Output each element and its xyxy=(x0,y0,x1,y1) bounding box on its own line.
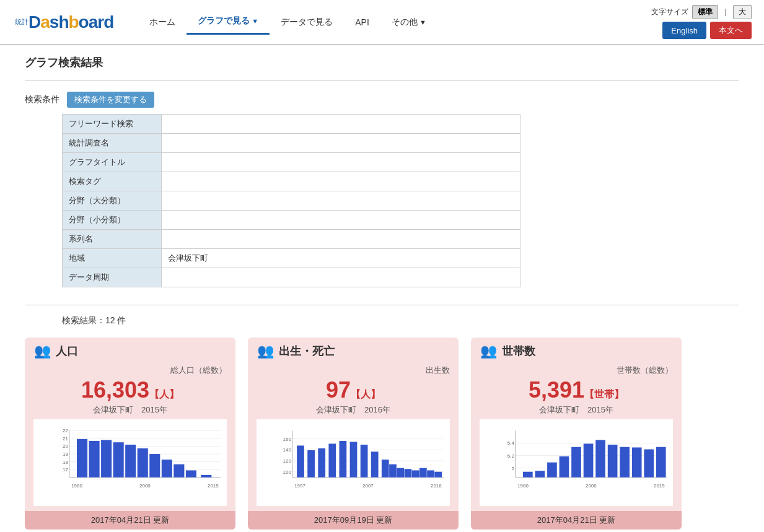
svg-rect-24 xyxy=(201,475,211,477)
svg-rect-47 xyxy=(389,464,397,477)
card-body-2: 世帯数（総数） 5,391【世帯】 会津坂下町 2015年 55.25.4 19… xyxy=(471,362,682,511)
people-icon-2: 👥 xyxy=(480,344,497,358)
nav-api[interactable]: API xyxy=(344,11,380,33)
svg-rect-74 xyxy=(632,447,642,477)
search-label-1: 統計調査名 xyxy=(63,134,162,153)
svg-rect-17 xyxy=(113,442,124,477)
svg-rect-70 xyxy=(584,443,594,477)
nav-other[interactable]: その他 xyxy=(380,11,437,34)
title-divider xyxy=(25,80,739,81)
svg-rect-22 xyxy=(173,464,184,477)
search-label-5: 分野（小分類） xyxy=(63,211,162,230)
card-footer-1: 2017年09月19日 更新 xyxy=(248,511,459,530)
svg-rect-75 xyxy=(644,449,654,477)
search-header: 検索条件 検索条件を変更する xyxy=(25,92,739,108)
card-footer-2: 2017年04月21日 更新 xyxy=(471,511,682,530)
search-value-8 xyxy=(162,268,520,287)
svg-rect-39 xyxy=(307,450,315,477)
search-value-3 xyxy=(162,172,520,191)
svg-rect-46 xyxy=(382,460,389,477)
svg-text:1980: 1980 xyxy=(71,483,82,489)
svg-text:1997: 1997 xyxy=(294,483,305,489)
search-label-6: 系列名 xyxy=(63,230,162,249)
card-meta-0: 会津坂下町 2015年 xyxy=(33,404,227,416)
card-header-2: 👥 世帯数 xyxy=(471,338,682,362)
search-label-7: 地域 xyxy=(63,249,162,268)
svg-text:5.4: 5.4 xyxy=(507,440,515,446)
svg-text:20: 20 xyxy=(63,443,68,449)
svg-rect-51 xyxy=(419,468,427,477)
card-body-1: 出生数 97【人】 会津坂下町 2016年 100120140160 19972… xyxy=(248,362,459,511)
svg-rect-21 xyxy=(162,460,172,477)
svg-rect-43 xyxy=(350,442,358,477)
nav-data[interactable]: データで見る xyxy=(270,11,344,34)
card-subtitle-0: 総人口（総数） xyxy=(33,365,227,376)
search-row-7: 地域 会津坂下町 xyxy=(63,249,520,268)
card-0[interactable]: 👥 人口 総人口（総数） 16,303【人】 会津坂下町 2015年 17181… xyxy=(25,338,235,530)
svg-rect-52 xyxy=(427,470,434,477)
search-value-4 xyxy=(162,191,520,211)
svg-rect-15 xyxy=(89,441,100,477)
search-label-2: グラフタイトル xyxy=(63,153,162,172)
svg-rect-42 xyxy=(340,441,347,477)
svg-text:5.2: 5.2 xyxy=(507,453,515,459)
nav-graph[interactable]: グラフで見る xyxy=(187,9,270,35)
search-row-5: 分野（小分類） xyxy=(63,211,520,230)
svg-text:18: 18 xyxy=(63,460,68,465)
svg-rect-72 xyxy=(608,445,618,477)
card-value-1: 97【人】 xyxy=(257,377,450,403)
search-divider xyxy=(25,305,739,305)
svg-text:2007: 2007 xyxy=(362,483,374,489)
card-chart-2: 55.25.4 198020002015 xyxy=(480,419,673,506)
card-unit-0: 【人】 xyxy=(149,389,179,399)
people-icon-1: 👥 xyxy=(257,344,274,358)
svg-text:2000: 2000 xyxy=(139,483,151,489)
search-label-0: フリーワード検索 xyxy=(63,115,162,134)
search-value-1 xyxy=(162,134,520,153)
header: 統計 Dashboard ホーム グラフで見る データで見る API その他 文… xyxy=(0,0,764,45)
svg-rect-41 xyxy=(328,443,336,477)
change-search-button[interactable]: 検索条件を変更する xyxy=(67,92,154,108)
search-row-2: グラフタイトル xyxy=(63,153,520,172)
search-label: 検索条件 xyxy=(25,94,59,105)
card-title-0: 人口 xyxy=(56,344,78,359)
card-2[interactable]: 👥 世帯数 世帯数（総数） 5,391【世帯】 会津坂下町 2015年 55.2… xyxy=(471,338,682,530)
card-subtitle-2: 世帯数（総数） xyxy=(480,365,673,376)
svg-text:19: 19 xyxy=(63,451,68,457)
svg-rect-18 xyxy=(125,445,136,477)
svg-text:2015: 2015 xyxy=(208,483,219,489)
font-size-row: 文字サイズ 標準 ｜ 大 xyxy=(651,5,752,19)
card-header-0: 👥 人口 xyxy=(25,338,235,362)
svg-text:140: 140 xyxy=(283,447,292,453)
people-icon-0: 👥 xyxy=(33,344,51,358)
search-row-1: 統計調査名 xyxy=(63,134,520,153)
svg-rect-76 xyxy=(656,447,666,477)
search-label-4: 分野（大分類） xyxy=(63,191,162,211)
font-size-large-btn[interactable]: 大 xyxy=(733,5,752,19)
nav-home[interactable]: ホーム xyxy=(138,11,187,34)
svg-rect-53 xyxy=(434,472,442,477)
card-1[interactable]: 👥 出生・死亡 出生数 97【人】 会津坂下町 2016年 1001201401… xyxy=(248,338,459,530)
search-row-8: データ周期 xyxy=(63,268,520,287)
svg-text:21: 21 xyxy=(63,436,68,442)
svg-text:17: 17 xyxy=(63,467,68,473)
search-row-3: 検索タグ xyxy=(63,172,520,191)
card-header-1: 👥 出生・死亡 xyxy=(248,338,459,362)
font-size-standard-btn[interactable]: 標準 xyxy=(692,5,718,19)
honbun-button[interactable]: 本文へ xyxy=(710,22,752,39)
card-footer-0: 2017年04月21日 更新 xyxy=(25,511,235,530)
card-value-0: 16,303【人】 xyxy=(33,377,227,403)
search-value-5 xyxy=(162,211,520,230)
english-button[interactable]: English xyxy=(662,22,706,39)
svg-rect-65 xyxy=(523,472,533,477)
search-row-0: フリーワード検索 xyxy=(63,115,520,134)
svg-rect-44 xyxy=(361,445,368,477)
svg-rect-73 xyxy=(620,447,630,477)
card-value-2: 5,391【世帯】 xyxy=(480,377,673,403)
svg-text:2015: 2015 xyxy=(654,483,665,489)
search-section: 検索条件 検索条件を変更する フリーワード検索 統計調査名 グラフタイトル 検索… xyxy=(0,85,764,300)
svg-text:5: 5 xyxy=(511,466,514,471)
card-unit-2: 【世帯】 xyxy=(584,389,624,399)
search-row-4: 分野（大分類） xyxy=(63,191,520,211)
page-title: グラフ検索結果 xyxy=(25,55,739,70)
